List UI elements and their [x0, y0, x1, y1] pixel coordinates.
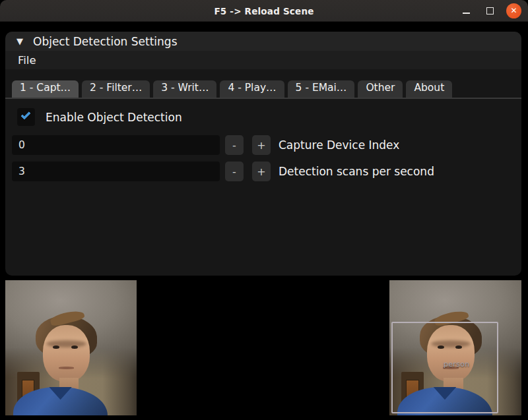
minimize-button[interactable] — [459, 3, 473, 18]
app-window: { "window": { "title": "F5 -> Reload Sce… — [0, 0, 528, 420]
webcam-person — [5, 280, 137, 415]
tab-email[interactable]: 5 - EMai… — [288, 80, 355, 98]
menu-file[interactable]: File — [18, 53, 40, 68]
person-left-eye — [53, 345, 59, 349]
panel-collapse-header[interactable]: ▼ Object Detection Settings — [5, 32, 521, 51]
enable-detection-row: Enable Object Detection — [17, 108, 515, 126]
close-icon: ✕ — [510, 7, 517, 15]
tabbar: 1 - Capt… 2 - Filter… 3 - Writ… 4 - Play… — [12, 80, 521, 98]
shirt-collar — [49, 387, 71, 400]
tab-write[interactable]: 3 - Writ… — [153, 80, 216, 98]
person-face — [43, 325, 90, 382]
capture-device-index-label: Capture Device Index — [279, 138, 399, 152]
window-controls: ✕ — [459, 3, 521, 18]
titlebar[interactable]: F5 -> Reload Scene ✕ — [0, 0, 528, 22]
maximize-button[interactable] — [482, 3, 497, 18]
close-button[interactable]: ✕ — [506, 3, 521, 18]
detection-scans-minus-button[interactable]: - — [225, 162, 244, 181]
enable-object-detection-label: Enable Object Detection — [46, 111, 182, 124]
detection-scans-row: - + Detection scans per second — [12, 162, 515, 181]
maximize-icon — [486, 7, 494, 15]
enable-object-detection-checkbox[interactable] — [17, 108, 35, 126]
person-shirt — [13, 387, 108, 415]
tab-filter[interactable]: 2 - Filter… — [82, 80, 150, 98]
detection-label: person — [444, 360, 470, 369]
capture-device-index-input[interactable] — [12, 135, 220, 155]
person-brow-shadow — [46, 340, 86, 347]
webcam-preview-detection: person — [389, 280, 521, 415]
window-title: F5 -> Reload Scene — [0, 0, 528, 22]
capture-device-row: - + Capture Device Index — [12, 135, 515, 155]
capture-device-minus-button[interactable]: - — [225, 135, 244, 155]
tab-capture[interactable]: 1 - Capt… — [12, 80, 79, 98]
minimize-icon — [463, 13, 470, 14]
detection-scans-input[interactable] — [12, 162, 220, 181]
person-mouth — [59, 367, 74, 369]
object-detection-settings-panel: ▼ Object Detection Settings File 1 - Cap… — [5, 32, 521, 276]
person-right-eye — [71, 345, 78, 349]
capture-tab-content: Enable Object Detection - + Capture Devi… — [5, 99, 521, 181]
webcam-preview-raw — [5, 280, 137, 415]
panel-title: Object Detection Settings — [33, 35, 178, 48]
menubar: File — [5, 51, 521, 69]
detection-scans-plus-button[interactable]: + — [252, 162, 271, 181]
capture-device-plus-button[interactable]: + — [252, 135, 271, 155]
collapse-triangle-icon: ▼ — [16, 36, 23, 46]
detection-scans-label: Detection scans per second — [279, 165, 434, 178]
tab-play[interactable]: 4 - Play… — [220, 80, 284, 98]
checkmark-icon — [20, 109, 31, 120]
tab-other[interactable]: Other — [358, 80, 403, 98]
tab-about[interactable]: About — [406, 80, 452, 98]
